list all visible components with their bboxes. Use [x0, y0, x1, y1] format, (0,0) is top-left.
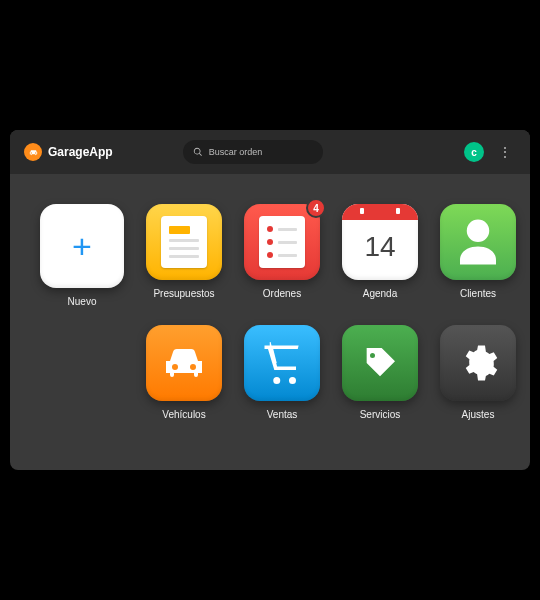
tile-presupuestos[interactable]: Presupuestos: [146, 204, 222, 307]
app-grid: + Nuevo Presupuestos 4 Ordenes: [10, 174, 530, 440]
tile-label: Servicios: [360, 409, 401, 420]
search-placeholder: Buscar orden: [209, 147, 263, 157]
tile-agenda[interactable]: 14 Agenda: [342, 204, 418, 307]
calendar-day: 14: [364, 231, 395, 263]
checklist-icon: [259, 216, 305, 268]
tile-label: Nuevo: [68, 296, 97, 307]
tag-icon: [360, 343, 400, 383]
document-icon: [161, 216, 207, 268]
tile-label: Ventas: [267, 409, 298, 420]
notification-badge: 4: [306, 198, 326, 218]
kebab-menu-icon[interactable]: ⋮: [494, 144, 516, 160]
car-icon: [160, 339, 208, 387]
tile-label: Agenda: [363, 288, 397, 299]
tile-label: Presupuestos: [153, 288, 214, 299]
car-logo-icon: [24, 143, 42, 161]
search-icon: [193, 147, 203, 157]
tile-label: Clientes: [460, 288, 496, 299]
tile-vehiculos[interactable]: Vehículos: [146, 325, 222, 420]
calendar-icon: [342, 204, 418, 220]
person-icon: [451, 215, 505, 269]
search-input[interactable]: Buscar orden: [183, 140, 323, 164]
shopping-cart-icon: [261, 342, 303, 384]
tile-label: Ajustes: [462, 409, 495, 420]
tile-label: Vehículos: [162, 409, 205, 420]
brand-name: GarageApp: [48, 145, 113, 159]
tile-ajustes[interactable]: Ajustes: [440, 325, 516, 420]
tile-ventas[interactable]: Ventas: [244, 325, 320, 420]
tile-nuevo[interactable]: + Nuevo: [40, 204, 124, 307]
plus-icon: +: [72, 227, 92, 266]
app-window: GarageApp Buscar orden c ⋮ + Nuevo Presu…: [10, 130, 530, 470]
tile-clientes[interactable]: Clientes: [440, 204, 516, 307]
avatar[interactable]: c: [464, 142, 484, 162]
topbar: GarageApp Buscar orden c ⋮: [10, 130, 530, 174]
tile-label: Ordenes: [263, 288, 301, 299]
tile-servicios[interactable]: Servicios: [342, 325, 418, 420]
brand[interactable]: GarageApp: [24, 143, 113, 161]
gear-icon: [457, 342, 499, 384]
tile-ordenes[interactable]: 4 Ordenes: [244, 204, 320, 307]
